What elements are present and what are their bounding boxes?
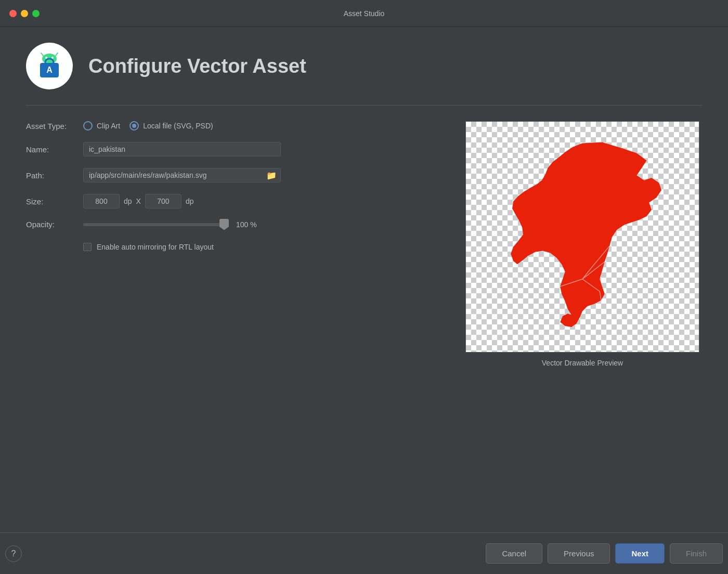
- size-controls: dp X dp: [83, 194, 194, 208]
- preview-label: Vector Drawable Preview: [542, 359, 623, 367]
- path-label: Path:: [26, 171, 83, 180]
- size-row: Size: dp X dp: [26, 194, 442, 208]
- size-label: Size:: [26, 197, 83, 206]
- bottom-bar: ? Cancel Previous Next Finish: [0, 532, 728, 574]
- size-separator: X: [136, 197, 141, 205]
- asset-type-radio-group: Clip Art Local file (SVG, PSD): [83, 121, 213, 131]
- minimize-button[interactable]: [21, 10, 28, 17]
- asset-type-row: Asset Type: Clip Art Local file (SVG, PS…: [26, 121, 442, 131]
- divider: [26, 105, 702, 106]
- radio-local-file-outer[interactable]: [129, 121, 139, 131]
- header: A Configure Vector Asset: [26, 27, 702, 105]
- android-studio-icon: A: [34, 50, 65, 82]
- window-controls: [9, 10, 40, 17]
- path-input-wrapper: 📁: [83, 168, 281, 182]
- page-title: Configure Vector Asset: [88, 55, 306, 77]
- opacity-value: 100 %: [236, 220, 262, 229]
- opacity-slider[interactable]: [83, 223, 229, 226]
- body-layout: Asset Type: Clip Art Local file (SVG, PS…: [26, 121, 702, 532]
- opacity-slider-wrapper: 100 %: [83, 220, 262, 229]
- name-input[interactable]: [83, 142, 281, 156]
- title-bar: Asset Studio: [0, 0, 728, 27]
- radio-clip-art[interactable]: Clip Art: [83, 121, 120, 131]
- radio-local-file[interactable]: Local file (SVG, PSD): [129, 121, 213, 131]
- rtl-label: Enable auto mirroring for RTL layout: [97, 243, 214, 251]
- size-height-unit: dp: [186, 197, 194, 205]
- size-width-unit: dp: [124, 197, 132, 205]
- radio-local-file-inner: [132, 124, 136, 128]
- cancel-button[interactable]: Cancel: [486, 543, 542, 564]
- opacity-label: Opacity:: [26, 220, 83, 229]
- main-content: A Configure Vector Asset Asset Type: Cli…: [0, 27, 728, 532]
- path-row: Path: 📁: [26, 168, 442, 182]
- app-icon-circle: A: [26, 43, 73, 89]
- name-label: Name:: [26, 145, 83, 154]
- radio-clip-art-label: Clip Art: [97, 122, 120, 130]
- preview-section: Vector Drawable Preview: [463, 121, 702, 532]
- next-button[interactable]: Next: [615, 543, 665, 564]
- pakistan-map-svg: [484, 133, 681, 341]
- finish-button[interactable]: Finish: [670, 543, 723, 564]
- name-row: Name:: [26, 142, 442, 156]
- rtl-row: Enable auto mirroring for RTL layout: [26, 240, 442, 251]
- preview-canvas: [465, 121, 699, 353]
- bottom-buttons: Cancel Previous Next Finish: [486, 543, 723, 564]
- size-width-input[interactable]: [83, 194, 120, 208]
- maximize-button[interactable]: [32, 10, 40, 17]
- help-icon: ?: [11, 549, 16, 558]
- radio-clip-art-outer[interactable]: [83, 121, 93, 131]
- opacity-row: Opacity: 100 %: [26, 220, 442, 229]
- help-button[interactable]: ?: [5, 545, 22, 562]
- folder-icon[interactable]: 📁: [266, 171, 277, 180]
- rtl-checkbox-row: Enable auto mirroring for RTL layout: [83, 243, 214, 251]
- rtl-checkbox[interactable]: [83, 243, 92, 251]
- form-section: Asset Type: Clip Art Local file (SVG, PS…: [26, 121, 442, 532]
- radio-local-file-label: Local file (SVG, PSD): [143, 122, 213, 130]
- svg-text:A: A: [46, 66, 53, 74]
- close-button[interactable]: [9, 10, 17, 17]
- asset-type-label: Asset Type:: [26, 122, 83, 131]
- previous-button[interactable]: Previous: [548, 543, 610, 564]
- path-input[interactable]: [83, 168, 281, 182]
- window-title: Asset Studio: [344, 9, 385, 18]
- size-height-input[interactable]: [145, 194, 181, 208]
